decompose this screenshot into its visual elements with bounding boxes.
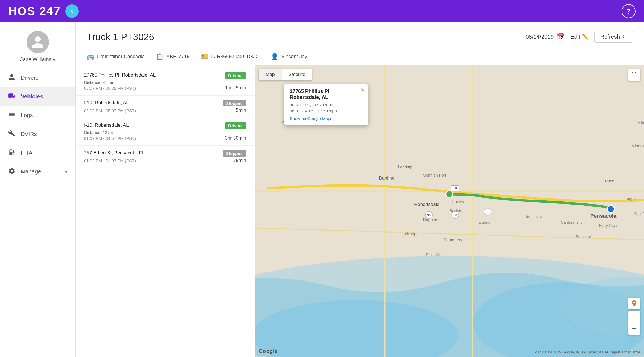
popup-coords: 30.633185, -87.707633 [290,103,363,107]
eld-icon: 🎫 [201,53,208,60]
sidebar-nav: Drivers Vehicles Logs DVIRs [0,68,75,181]
trip-location: I-10, Robertsdale, AL [84,100,129,106]
trip-duration: 5min [236,108,246,113]
popup-title: 27765 Phillips Pl, Robertsdale, AL [290,89,363,100]
fuel-icon [8,149,16,157]
svg-text:Milton: Milton [637,120,644,125]
driver-person-icon: 👤 [271,53,278,60]
sidebar-item-vehicles[interactable]: Vehicles [0,87,75,106]
svg-text:Cantonment: Cantonment [561,220,582,224]
svg-text:Bellview: Bellview [576,235,591,239]
map-popup: ✕ 27765 Phillips Pl, Robertsdale, AL 30.… [284,84,368,125]
map-tab-map[interactable]: Map [259,69,282,80]
svg-text:Daphne: Daphne [379,176,394,180]
trip-time-range: 05:02 PM - 05:07 PM (PST) [84,108,136,113]
sidebar-item-label: Drivers [21,75,38,81]
trip-distance: Distance: 47 mi [84,80,246,85]
streetview-button[interactable] [628,298,640,309]
sidebar: Jane Williams ▾ Drivers Vehicles [0,22,76,357]
trip-time-range: 01:02 PM - 01:07 PM (PST) [84,158,136,163]
list-icon [8,111,16,120]
zoom-in-button[interactable]: + [628,311,640,323]
trip-item[interactable]: I-10, Robertsdale, AL Stopped 05:02 PM -… [76,96,255,118]
edit-label: Edit [571,34,580,40]
svg-text:Point Clear: Point Clear [426,252,445,257]
map-fullscreen-button[interactable]: ⛶ [628,69,640,81]
trip-duration: 3hr 50min [225,135,246,141]
svg-point-10 [607,205,614,212]
user-chevron-icon: ▾ [53,57,55,62]
svg-text:Fairhope: Fairhope [402,232,419,236]
main-content: Truck 1 PT3026 08/14/2019 📅 Edit ✏️ Refr… [76,22,644,357]
truck-icon [8,92,16,101]
bus-icon: 🚌 [87,53,94,60]
help-button[interactable]: ? [622,4,636,18]
svg-text:90: 90 [486,210,489,214]
calendar-icon[interactable]: 📅 [557,33,565,41]
sidebar-item-label: Vehicles [21,93,43,100]
logo-area: HOS 247 [8,4,79,18]
vehicle-driver: Vincent Jay [281,54,307,60]
trip-item[interactable]: 257 E Lee St, Pensacola, FL Stopped 01:0… [76,146,255,168]
trip-time-range: 01:07 PM - 04:57 PM (PST) [84,136,136,141]
trip-time-range: 05:07 PM - 06:32 PM (PST) [84,86,136,91]
edit-pencil-icon: ✏️ [582,33,589,40]
vehicle-model: Freightliner Cascadia [97,54,145,60]
svg-text:Bagdad: Bagdad [626,197,639,201]
content-area: 27765 Phillips Pl, Robertsdale, AL Drivi… [76,65,644,357]
zoom-out-button[interactable]: − [628,323,640,335]
svg-text:Seminole: Seminole [526,214,542,219]
sidebar-item-manage[interactable]: Manage ▾ [0,162,75,181]
settings-icon [8,167,16,176]
plate-icon: 📋 [156,53,164,60]
sidebar-item-label: IFTA [21,150,32,156]
svg-text:Pace: Pace [605,179,614,183]
person-icon [8,73,16,82]
google-logo: Google [259,348,278,354]
trip-duration: 1hr 25min [225,85,246,91]
trip-list: 27765 Phillips Pl, Robertsdale, AL Drivi… [76,65,255,357]
svg-text:Mineral Springs: Mineral Springs [631,144,644,148]
top-bar: Truck 1 PT3026 08/14/2019 📅 Edit ✏️ Refr… [76,22,644,48]
sidebar-item-label: Logs [21,112,33,119]
svg-text:90: 90 [454,214,457,217]
date-display: 08/14/2019 📅 [526,33,565,41]
svg-text:98: 98 [427,214,431,217]
svg-text:Blakeley: Blakeley [396,164,412,169]
trip-item[interactable]: 27765 Phillips Pl, Robertsdale, AL Drivi… [76,68,255,96]
sidebar-item-drivers[interactable]: Drivers [0,68,75,87]
sidebar-item-logs[interactable]: Logs [0,106,75,125]
trip-location: 257 E Lee St, Pensacola, FL [84,150,144,156]
edit-button[interactable]: Edit ✏️ [571,33,589,40]
svg-text:Loxley: Loxley [452,200,464,204]
map-area: Robertsdale Pensacola Daphne Blakeley Sp… [255,65,644,357]
map-attribution: Map data ©2019 Google, INEGI Terms of Us… [534,350,640,354]
user-section: Jane Williams ▾ [0,22,75,68]
trip-item[interactable]: I-10, Robertsdale, AL Driving Distance: … [76,118,255,146]
vehicle-eld: FJR36697048GD3JG [211,54,260,60]
vehicle-model-item: 🚌 Freightliner Cascadia [87,53,145,60]
vehicle-plate: YBH-7719 [166,54,190,60]
layout: Jane Williams ▾ Drivers Vehicles [0,22,644,357]
svg-text:Gulf Breeze: Gulf Breeze [634,212,644,216]
trip-duration: 25min [233,158,246,163]
page-title: Truck 1 PT3026 [87,31,154,42]
sidebar-item-label: Manage [21,168,41,175]
sidebar-item-ifta[interactable]: IFTA [0,143,75,162]
svg-text:Elsanor: Elsanor [479,220,492,224]
map-tab-satellite[interactable]: Satellite [282,69,312,80]
popup-google-maps-link[interactable]: Show on Google Maps [290,116,363,121]
refresh-button[interactable]: Refresh ↻ [594,31,633,43]
svg-text:Robertsdale: Robertsdale [414,202,439,207]
user-name[interactable]: Jane Williams ▾ [20,57,55,62]
refresh-label: Refresh [600,34,620,40]
popup-close-button[interactable]: ✕ [361,87,365,93]
vehicle-eld-item: 🎫 FJR36697048GD3JG [201,53,260,60]
sidebar-item-dvirs[interactable]: DVIRs [0,125,75,143]
google-label: Google [259,348,278,354]
wrench-icon [8,130,16,138]
sidebar-item-label: DVIRs [21,131,37,137]
back-button[interactable] [65,4,79,18]
vehicle-plate-item: 📋 YBH-7719 [156,53,190,60]
status-badge: Driving [225,122,246,129]
